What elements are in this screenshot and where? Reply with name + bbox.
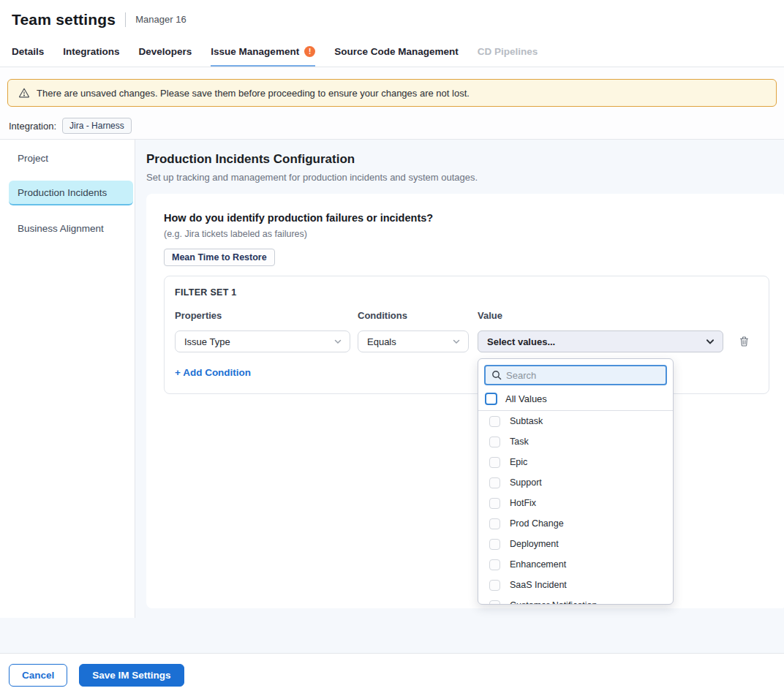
search-input[interactable] <box>506 370 660 381</box>
value-cell: Select values... <box>478 330 723 352</box>
value-select[interactable]: Select values... <box>478 330 723 352</box>
dropdown-option-customer-notification[interactable]: Customer Notification <box>478 595 673 605</box>
chevron-down-icon <box>452 337 461 346</box>
filter-set-box: FILTER SET 1 Properties Conditions Value… <box>164 276 769 394</box>
tab-bar: Details Integrations Developers Issue Ma… <box>0 37 784 67</box>
page-title: Team settings <box>12 11 116 29</box>
metric-chip-mttr[interactable]: Mean Time to Restore <box>164 249 275 266</box>
option-all-values[interactable]: All Values <box>478 390 673 411</box>
save-im-settings-button[interactable]: Save IM Settings <box>79 664 184 687</box>
checkbox-icon[interactable] <box>489 580 500 591</box>
dropdown-option-prod-change[interactable]: Prod Change <box>478 513 673 534</box>
property-select[interactable]: Issue Type <box>175 330 350 352</box>
dropdown-search[interactable] <box>484 365 667 385</box>
content-panel: Production Incidents Configuration Set u… <box>135 140 784 618</box>
chevron-down-icon <box>333 337 342 346</box>
warning-icon <box>18 87 30 99</box>
unsaved-changes-banner: There are unsaved changes. Please save t… <box>7 79 777 107</box>
col-conditions: Conditions <box>358 310 478 321</box>
tab-cd-pipelines: CD Pipelines <box>478 39 538 67</box>
col-properties: Properties <box>175 310 358 321</box>
dropdown-option-support[interactable]: Support <box>478 472 673 493</box>
tab-source-code-management[interactable]: Source Code Management <box>334 39 459 67</box>
cancel-button[interactable]: Cancel <box>9 664 67 687</box>
dropdown-option-saas-incident[interactable]: SaaS Incident <box>478 575 673 595</box>
dropdown-option-enhancement[interactable]: Enhancement <box>478 554 673 575</box>
trash-icon <box>739 336 750 347</box>
page-header: Team settings Manager 16 <box>0 0 784 37</box>
section-title: Production Incidents Configuration <box>146 152 784 167</box>
checkbox-icon[interactable] <box>489 539 500 550</box>
alert-badge-icon: ! <box>304 46 315 57</box>
tab-integrations[interactable]: Integrations <box>63 39 119 67</box>
checkbox-icon[interactable] <box>489 437 500 447</box>
condition-select[interactable]: Equals <box>358 330 469 352</box>
settings-sidebar: Project Production Incidents Business Al… <box>0 140 135 618</box>
checkbox-icon[interactable] <box>485 393 497 405</box>
filter-column-headers: Properties Conditions Value <box>175 310 758 321</box>
dropdown-option-subtask[interactable]: Subtask <box>478 411 673 431</box>
main-region: Project Production Incidents Business Al… <box>0 140 784 618</box>
sidebar-item-business-alignment[interactable]: Business Alignment <box>9 216 133 241</box>
footer-actions: Cancel Save IM Settings <box>0 653 784 697</box>
checkbox-icon[interactable] <box>489 498 500 509</box>
sub-header-section: There are unsaved changes. Please save t… <box>0 67 784 140</box>
checkbox-icon[interactable] <box>489 600 500 605</box>
tab-developers[interactable]: Developers <box>139 39 192 67</box>
checkbox-icon[interactable] <box>489 457 500 468</box>
incidents-config-card: How do you identify production failures … <box>146 194 784 608</box>
banner-text: There are unsaved changes. Please save t… <box>37 88 470 99</box>
dropdown-option-deployment[interactable]: Deployment <box>478 534 673 554</box>
sidebar-item-project[interactable]: Project <box>9 146 133 170</box>
section-subtitle: Set up tracking and management for produ… <box>146 172 784 183</box>
config-question: How do you identify production failures … <box>164 212 769 224</box>
tab-details[interactable]: Details <box>12 39 44 67</box>
checkbox-icon[interactable] <box>489 416 500 427</box>
col-value: Value <box>478 310 502 321</box>
filter-row: Issue Type Equals Select values... <box>175 330 758 352</box>
spacer-region <box>0 618 784 653</box>
config-hint: (e.g. Jira tickets labeled as failures) <box>164 229 769 239</box>
sidebar-item-production-incidents[interactable]: Production Incidents <box>9 181 133 205</box>
dropdown-option-epic[interactable]: Epic <box>478 452 673 472</box>
chevron-down-icon <box>705 336 715 347</box>
integration-chip[interactable]: Jira - Harness <box>62 118 132 134</box>
checkbox-icon[interactable] <box>489 477 500 488</box>
integration-row: Integration: Jira - Harness <box>9 118 777 134</box>
checkbox-icon[interactable] <box>489 559 500 570</box>
checkbox-icon[interactable] <box>489 518 500 529</box>
delete-filter-button[interactable] <box>739 336 750 347</box>
filter-set-title: FILTER SET 1 <box>175 287 758 298</box>
dropdown-option-hotfix[interactable]: HotFix <box>478 493 673 513</box>
add-condition-button[interactable]: + Add Condition <box>175 367 251 378</box>
tab-issue-management[interactable]: Issue Management ! <box>211 39 315 67</box>
dropdown-option-task[interactable]: Task <box>478 431 673 452</box>
integration-label: Integration: <box>9 121 56 132</box>
search-icon <box>491 370 502 380</box>
page-subtitle: Manager 16 <box>125 12 186 27</box>
value-dropdown: All Values Subtask Task Epic Support Hot… <box>478 358 674 605</box>
